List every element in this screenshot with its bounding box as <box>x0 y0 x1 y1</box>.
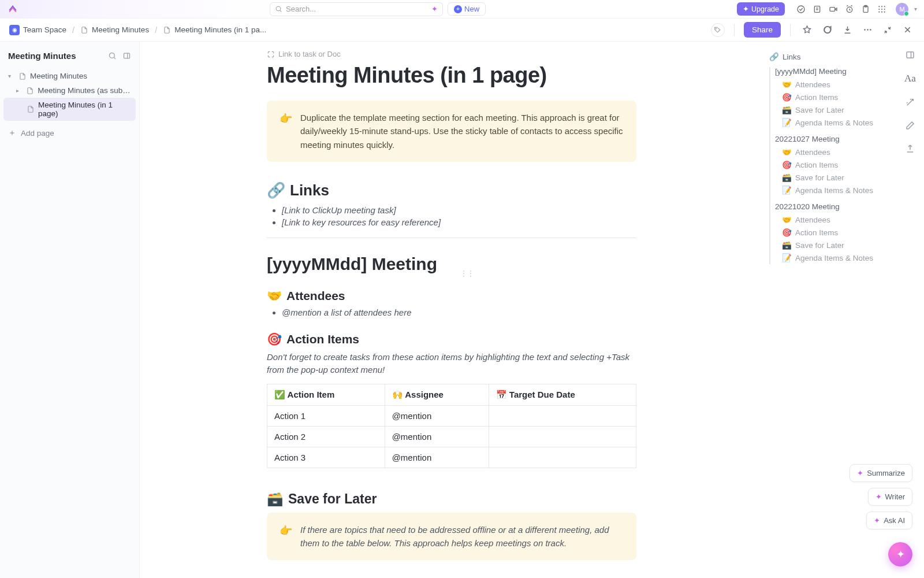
ai-sparkle-icon[interactable]: ✦ <box>431 5 438 13</box>
link-to-task[interactable]: Link to task or Doc <box>267 47 636 63</box>
avatar-initial: M <box>899 6 904 13</box>
links-heading[interactable]: 🔗Links <box>267 181 636 199</box>
list-item[interactable]: [Link to ClickUp meeting task] <box>282 205 636 215</box>
comment-icon[interactable] <box>820 23 834 37</box>
outline-sub[interactable]: 🗃️Save for Later <box>775 239 891 251</box>
outline-sub[interactable]: 🎯Action Items <box>775 91 891 103</box>
callout-save[interactable]: 👉 If there are topics that need to be ad… <box>267 513 636 561</box>
export-icon[interactable] <box>905 143 915 154</box>
svg-point-0 <box>276 6 281 11</box>
tree-item-in1page[interactable]: Meeting Minutes (in 1 page) <box>3 98 136 121</box>
breadcrumb-doc2[interactable]: Meeting Minutes (in 1 pa... <box>163 25 266 34</box>
outline-section[interactable]: 20221020 Meeting <box>775 202 891 211</box>
outline-sub[interactable]: 📝Agenda Items & Notes <box>775 116 891 129</box>
cell[interactable]: @mention <box>385 426 489 447</box>
meeting-heading[interactable]: [yyyyMMdd] Meeting <box>267 254 636 274</box>
action-items-heading[interactable]: 🎯Action Items <box>267 332 636 346</box>
cell[interactable]: Action 2 <box>267 426 385 447</box>
cell[interactable]: Action 3 <box>267 447 385 468</box>
page-title[interactable]: Meeting Minutes (in 1 page) <box>267 63 636 88</box>
callout-text: Duplicate the template meeting section f… <box>300 111 624 151</box>
cell[interactable]: @mention <box>385 405 489 426</box>
wand-icon[interactable] <box>905 97 915 108</box>
tree-item-subpages[interactable]: ▸ Meeting Minutes (as subpa... <box>3 83 136 98</box>
star-icon[interactable] <box>800 23 814 37</box>
typography-icon[interactable]: Aa <box>904 73 916 84</box>
table-header[interactable]: 🙌 Assignee <box>385 384 489 405</box>
breadcrumb-doc1[interactable]: Meeting Minutes <box>80 25 149 34</box>
table-row[interactable]: Action 2@mention <box>267 426 636 447</box>
ai-fab[interactable]: ✦ <box>888 542 912 566</box>
action-items-table[interactable]: ✅ Action Item 🙌 Assignee 📅 Target Due Da… <box>267 384 636 468</box>
breadcrumb-doc2-label: Meeting Minutes (in 1 pa... <box>174 25 266 34</box>
cell[interactable]: Action 1 <box>267 405 385 426</box>
global-search[interactable]: Search... ✦ <box>270 2 443 16</box>
add-page-button[interactable]: ＋ Add page <box>0 123 139 143</box>
outline-sub[interactable]: 📝Agenda Items & Notes <box>775 251 891 264</box>
ai-summarize-button[interactable]: ✦Summarize <box>850 464 912 482</box>
ai-writer-button[interactable]: ✦Writer <box>868 488 912 506</box>
breadcrumb-space[interactable]: ◉ Team Space <box>9 25 66 35</box>
ai-ask-button[interactable]: ✦Ask AI <box>866 512 912 529</box>
outline-sub[interactable]: 🤝Attendees <box>775 213 891 226</box>
drag-handle-icon[interactable]: ⋮⋮ <box>460 269 474 277</box>
layout-icon[interactable] <box>905 50 915 60</box>
links-list[interactable]: [Link to ClickUp meeting task] [Link to … <box>267 205 636 227</box>
apps-grid-icon[interactable] <box>877 5 886 14</box>
outline-links[interactable]: 🔗Links <box>769 52 891 61</box>
card-box-icon: 🗃️ <box>782 173 792 182</box>
svg-point-11 <box>881 6 882 7</box>
outline-sub[interactable]: 🗃️Save for Later <box>775 103 891 116</box>
outline-sub[interactable]: 🤝Attendees <box>775 78 891 91</box>
alarm-icon[interactable] <box>845 5 854 14</box>
cell[interactable] <box>489 405 636 426</box>
save-heading-label: Save for Later <box>288 491 377 507</box>
svg-point-13 <box>878 8 880 9</box>
callout-info[interactable]: 👉 Duplicate the template meeting section… <box>267 101 636 162</box>
outline-sub[interactable]: 🗃️Save for Later <box>775 171 891 184</box>
table-row[interactable]: Action 1@mention <box>267 405 636 426</box>
video-icon[interactable] <box>829 5 838 14</box>
list-item[interactable]: [Link to key resources for easy referenc… <box>282 217 636 227</box>
outline-sub[interactable]: 🎯Action Items <box>775 226 891 239</box>
save-for-later-heading[interactable]: 🗃️Save for Later <box>267 491 636 507</box>
panel-icon[interactable] <box>122 51 131 60</box>
share-button[interactable]: Share <box>744 22 781 38</box>
svg-point-22 <box>867 29 869 31</box>
outline-sub[interactable]: 🎯Action Items <box>775 158 891 171</box>
table-header[interactable]: ✅ Action Item <box>267 384 385 405</box>
outline-section[interactable]: [yyyyMMdd] Meeting <box>775 67 891 76</box>
cell[interactable]: @mention <box>385 447 489 468</box>
attendees-heading[interactable]: 🤝Attendees <box>267 289 636 303</box>
outline-sub[interactable]: 🤝Attendees <box>775 146 891 158</box>
tag-button[interactable] <box>711 23 725 37</box>
close-icon[interactable] <box>900 23 915 37</box>
search-placeholder: Search... <box>286 5 316 13</box>
handshake-icon: 🤝 <box>782 215 792 224</box>
table-header[interactable]: 📅 Target Due Date <box>489 384 636 405</box>
user-avatar[interactable]: M <box>896 3 908 16</box>
search-icon[interactable] <box>108 51 117 60</box>
collapse-icon[interactable] <box>881 23 895 37</box>
notepad-icon[interactable] <box>813 5 822 14</box>
more-icon[interactable] <box>860 23 875 37</box>
download-icon[interactable] <box>840 23 855 37</box>
check-circle-icon[interactable] <box>796 5 806 14</box>
action-note[interactable]: Don't forget to create tasks from these … <box>267 351 636 377</box>
app-logo[interactable] <box>7 3 18 15</box>
outline-sub[interactable]: 📝Agenda Items & Notes <box>775 184 891 197</box>
attendees-list[interactable]: @mention a list of attendees here <box>267 307 636 317</box>
cell[interactable] <box>489 426 636 447</box>
tree-item-root[interactable]: ▾ Meeting Minutes <box>3 69 136 83</box>
table-row[interactable]: Action 3@mention <box>267 447 636 468</box>
edit-icon[interactable] <box>905 120 915 131</box>
upgrade-button[interactable]: ✦ Upgrade <box>737 2 785 16</box>
svg-point-2 <box>798 6 804 13</box>
list-item[interactable]: @mention a list of attendees here <box>282 307 636 317</box>
clipboard-icon[interactable] <box>861 5 870 14</box>
sparkle-icon: ✦ <box>874 516 880 525</box>
outline-section[interactable]: 20221027 Meeting <box>775 135 891 143</box>
new-button[interactable]: + New <box>448 2 486 16</box>
chevron-down-icon[interactable]: ▾ <box>914 6 917 12</box>
cell[interactable] <box>489 447 636 468</box>
